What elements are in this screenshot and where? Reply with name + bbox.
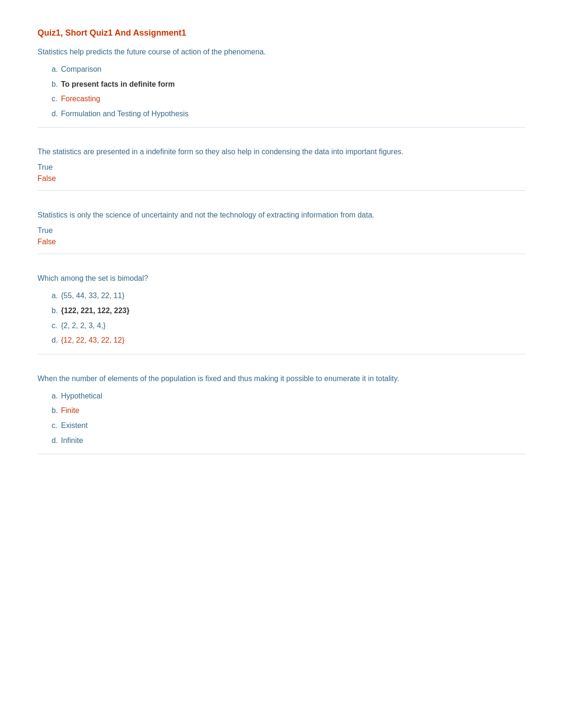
question-text-3: Statistics is only the science of uncert… <box>38 210 525 221</box>
option-label-1b: b. <box>52 78 61 90</box>
option-text-4c: {2, 2, 2, 3, 4,} <box>61 322 106 330</box>
option-text-5c: Existent <box>61 421 88 429</box>
option-label-1a: a. <box>52 63 61 75</box>
option-1b: b.To present facts in definite form <box>52 78 525 90</box>
question-text-1: Statistics help predicts the future cour… <box>38 46 525 58</box>
option-5d: d.Infinite <box>52 435 525 447</box>
option-5b: b.Finite <box>52 405 525 417</box>
option-label-5d: d. <box>52 435 61 447</box>
question-text-5: When the number of elements of the popul… <box>38 373 525 384</box>
option-label-5b: b. <box>52 405 61 417</box>
option-false-3: False <box>38 238 525 246</box>
question-text-2: The statistics are presented in a indefi… <box>38 146 525 158</box>
option-label-4a: a. <box>52 290 61 302</box>
question-block-3: Statistics is only the science of uncert… <box>38 210 525 254</box>
option-label-5c: c. <box>52 420 61 432</box>
option-4a: a.{55, 44, 33, 22, 11} <box>52 290 525 302</box>
option-text-1b: To present facts in definite form <box>61 80 175 88</box>
page-title: Quiz1, Short Quiz1 And Assignment1 <box>38 28 525 38</box>
question-block-4: Which among the set is bimodal? a.{55, 4… <box>38 273 525 354</box>
option-text-5a: Hypothetical <box>61 392 102 400</box>
options-list-4: a.{55, 44, 33, 22, 11} b.{122, 221, 122,… <box>38 290 525 346</box>
option-text-4b: {122, 221, 122, 223} <box>61 307 129 315</box>
option-1a: a.Comparison <box>52 63 525 75</box>
option-text-1d: Formulation and Testing of Hypothesis <box>61 110 189 118</box>
option-text-1a: Comparison <box>61 65 101 73</box>
option-text-1c: Forecasting <box>61 95 100 103</box>
option-true-3: True <box>38 226 525 235</box>
option-5a: a.Hypothetical <box>52 390 525 402</box>
option-4d: d.{12, 22, 43, 22, 12} <box>52 334 525 346</box>
option-1d: d.Formulation and Testing of Hypothesis <box>52 108 525 120</box>
question-block-1: Statistics help predicts the future cour… <box>38 46 525 128</box>
option-label-4c: c. <box>52 320 61 332</box>
options-list-5: a.Hypothetical b.Finite c.Existent d.Inf… <box>38 390 525 446</box>
option-5c: c.Existent <box>52 420 525 432</box>
option-text-5d: Infinite <box>61 436 83 444</box>
option-label-5a: a. <box>52 390 61 402</box>
options-list-1: a.Comparison b.To present facts in defin… <box>38 63 525 120</box>
option-label-1c: c. <box>52 93 61 105</box>
option-label-1d: d. <box>52 108 61 120</box>
option-label-4b: b. <box>52 305 61 317</box>
question-block-2: The statistics are presented in a indefi… <box>38 146 525 191</box>
option-text-5b: Finite <box>61 406 79 414</box>
option-true-2: True <box>38 163 525 172</box>
option-false-2: False <box>38 174 525 183</box>
option-1c: c.Forecasting <box>52 93 525 105</box>
option-4b: b.{122, 221, 122, 223} <box>52 305 525 317</box>
option-text-4d: {12, 22, 43, 22, 12} <box>61 336 124 344</box>
question-text-4: Which among the set is bimodal? <box>38 273 525 284</box>
option-text-4a: {55, 44, 33, 22, 11} <box>61 292 124 300</box>
option-label-4d: d. <box>52 334 61 346</box>
question-block-5: When the number of elements of the popul… <box>38 373 525 454</box>
option-4c: c.{2, 2, 2, 3, 4,} <box>52 320 525 332</box>
